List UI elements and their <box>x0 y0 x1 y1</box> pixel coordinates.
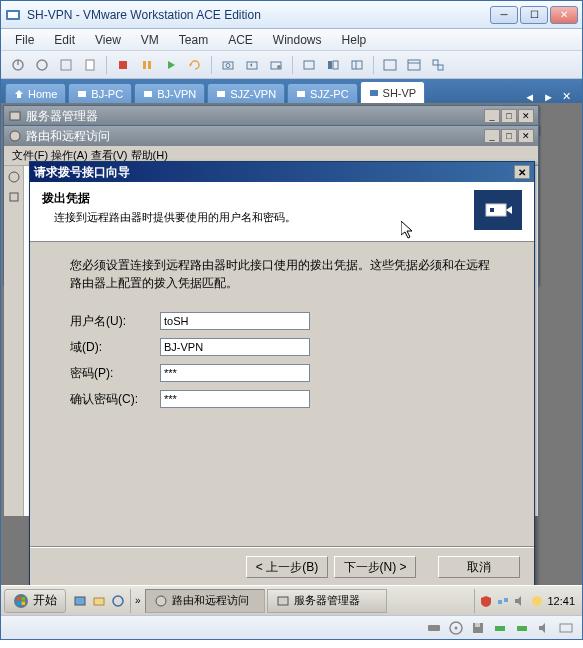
window-titlebar[interactable]: SH-VPN - VMware Workstation ACE Edition … <box>1 1 582 29</box>
tab-close[interactable]: ✕ <box>559 90 574 103</box>
menu-view[interactable]: View <box>85 31 131 49</box>
cd-icon[interactable] <box>448 620 464 636</box>
svg-rect-54 <box>428 625 440 631</box>
svg-rect-60 <box>517 626 527 631</box>
sound-icon[interactable] <box>536 620 552 636</box>
password-label: 密码(P): <box>70 365 160 382</box>
menu-team[interactable]: Team <box>169 31 218 49</box>
wizard-titlebar[interactable]: 请求拨号接口向导 ✕ <box>30 162 534 182</box>
power-on-button[interactable] <box>31 54 53 76</box>
menu-ace[interactable]: ACE <box>218 31 263 49</box>
menu-help[interactable]: Help <box>332 31 377 49</box>
maximize-icon[interactable]: □ <box>501 129 517 143</box>
close-icon[interactable]: ✕ <box>518 129 534 143</box>
svg-point-13 <box>226 63 230 67</box>
next-button[interactable]: 下一步(N) > <box>334 556 416 578</box>
power-off-button[interactable] <box>7 54 29 76</box>
menu-edit[interactable]: Edit <box>44 31 85 49</box>
back-button[interactable]: < 上一步(B) <box>246 556 328 578</box>
vm-icon <box>296 89 306 99</box>
svg-rect-32 <box>370 90 378 96</box>
clock[interactable]: 12:41 <box>547 595 575 607</box>
security-tray-icon[interactable] <box>479 594 493 608</box>
svg-rect-8 <box>143 61 146 69</box>
hdd-icon[interactable] <box>426 620 442 636</box>
home-icon <box>14 89 24 99</box>
menu-vm[interactable]: VM <box>131 31 169 49</box>
svg-point-48 <box>156 596 166 606</box>
toolbar <box>1 51 582 79</box>
svg-rect-44 <box>22 601 26 605</box>
volume-tray-icon[interactable] <box>513 594 527 608</box>
ie-icon[interactable] <box>109 592 127 610</box>
maximize-icon[interactable]: □ <box>501 109 517 123</box>
password-input[interactable] <box>160 364 310 382</box>
network-tray-icon[interactable] <box>496 594 510 608</box>
wizard-close-button[interactable]: ✕ <box>514 165 530 179</box>
sidebar-button[interactable] <box>322 54 344 76</box>
reset-button[interactable] <box>184 54 206 76</box>
svg-rect-59 <box>495 626 505 631</box>
revert-button[interactable] <box>241 54 263 76</box>
server-node-icon[interactable] <box>7 190 21 204</box>
confirm-password-input[interactable] <box>160 390 310 408</box>
windows-logo-icon <box>13 593 29 609</box>
show-desktop-icon[interactable] <box>71 592 89 610</box>
wizard-header-sub: 连接到远程路由器时提供要使用的用户名和密码。 <box>42 210 474 225</box>
vmtools-icon[interactable] <box>558 620 574 636</box>
manage-snapshot-button[interactable] <box>265 54 287 76</box>
menu-file[interactable]: File <box>5 31 44 49</box>
cancel-button[interactable]: 取消 <box>438 556 520 578</box>
nic-icon[interactable] <box>492 620 508 636</box>
nic2-icon[interactable] <box>514 620 530 636</box>
guest-display[interactable]: 服务器管理器 _ □ ✕ 路由和远程访问 _ □ ✕ 文件(F) 操 <box>1 103 582 615</box>
menubar: File Edit View VM Team ACE Windows Help <box>1 29 582 51</box>
acquire-button[interactable] <box>55 54 77 76</box>
snapshot-button[interactable] <box>217 54 239 76</box>
tab-scroll-left[interactable]: ◄ <box>521 91 538 103</box>
svg-point-40 <box>14 594 28 608</box>
tab-bj-vpn[interactable]: BJ-VPN <box>134 83 205 103</box>
close-button[interactable]: ✕ <box>550 6 578 24</box>
minimize-icon[interactable]: _ <box>484 129 500 143</box>
tab-bj-pc[interactable]: BJ-PC <box>68 83 132 103</box>
confirm-password-label: 确认密码(C): <box>70 391 160 408</box>
tab-home[interactable]: Home <box>5 83 66 103</box>
svg-rect-36 <box>10 193 18 201</box>
fullscreen-button[interactable] <box>379 54 401 76</box>
close-icon[interactable]: ✕ <box>518 109 534 123</box>
task-server-manager[interactable]: 服务器管理器 <box>267 589 387 613</box>
quicklaunch-overflow[interactable]: » <box>133 595 143 606</box>
unity-button[interactable] <box>427 54 449 76</box>
tab-sjz-vpn[interactable]: SJZ-VPN <box>207 83 285 103</box>
svg-rect-58 <box>475 623 480 627</box>
domain-label: 域(D): <box>70 339 160 356</box>
task-routing[interactable]: 路由和远程访问 <box>145 589 265 613</box>
svg-rect-19 <box>333 61 338 69</box>
tab-sjz-pc[interactable]: SJZ-PC <box>287 83 358 103</box>
menu-windows[interactable]: Windows <box>263 31 332 49</box>
minimize-button[interactable]: ─ <box>490 6 518 24</box>
tab-sh-vp[interactable]: SH-VP <box>360 81 426 103</box>
show-console-button[interactable] <box>298 54 320 76</box>
minimize-icon[interactable]: _ <box>484 109 500 123</box>
stop-button[interactable] <box>112 54 134 76</box>
quicklaunch <box>68 589 131 613</box>
wizard-header-title: 拨出凭据 <box>42 190 474 207</box>
quickswitch-button[interactable] <box>403 54 425 76</box>
play-button[interactable] <box>160 54 182 76</box>
vm-icon <box>77 89 87 99</box>
domain-input[interactable] <box>160 338 310 356</box>
info-tray-icon[interactable] <box>530 594 544 608</box>
floppy-icon[interactable] <box>470 620 486 636</box>
svg-marker-52 <box>515 596 521 606</box>
username-input[interactable] <box>160 312 310 330</box>
network-icon[interactable] <box>7 170 21 184</box>
tab-scroll-right[interactable]: ► <box>540 91 557 103</box>
favorites-button[interactable] <box>346 54 368 76</box>
explorer-icon[interactable] <box>90 592 108 610</box>
pause-button[interactable] <box>136 54 158 76</box>
maximize-button[interactable]: ☐ <box>520 6 548 24</box>
new-button[interactable] <box>79 54 101 76</box>
start-button[interactable]: 开始 <box>4 589 66 613</box>
